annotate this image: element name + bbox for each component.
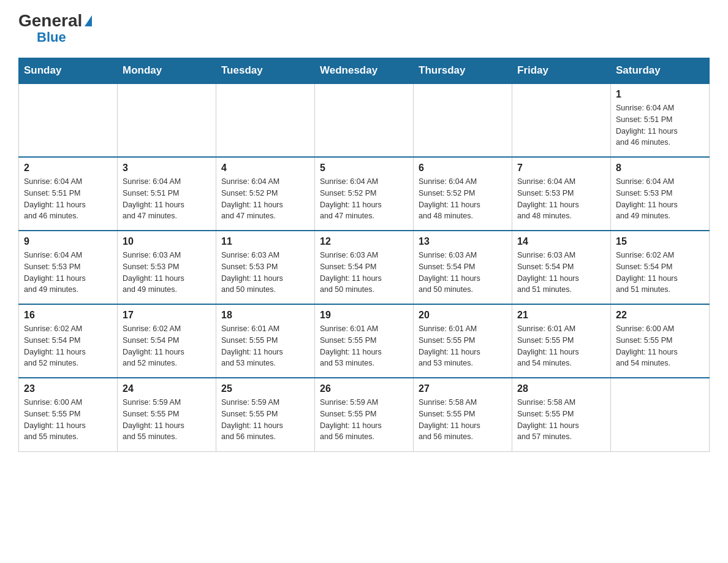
day-info: Sunrise: 6:03 AM Sunset: 5:54 PM Dayligh… — [320, 250, 408, 296]
calendar-header-row: SundayMondayTuesdayWednesdayThursdayFrid… — [19, 58, 710, 84]
calendar-day-cell: 5Sunrise: 6:04 AM Sunset: 5:52 PM Daylig… — [315, 157, 414, 231]
day-info: Sunrise: 6:01 AM Sunset: 5:55 PM Dayligh… — [320, 323, 408, 369]
logo-blue-text: Blue — [37, 29, 66, 45]
calendar-day-cell: 16Sunrise: 6:02 AM Sunset: 5:54 PM Dayli… — [19, 304, 118, 378]
calendar-day-cell: 3Sunrise: 6:04 AM Sunset: 5:51 PM Daylig… — [118, 157, 216, 231]
day-number: 9 — [24, 236, 112, 247]
day-number: 6 — [419, 163, 507, 174]
day-info: Sunrise: 6:01 AM Sunset: 5:55 PM Dayligh… — [517, 323, 605, 369]
day-number: 21 — [517, 310, 605, 321]
day-number: 17 — [123, 310, 211, 321]
day-number: 4 — [221, 163, 309, 174]
calendar-week-row: 9Sunrise: 6:04 AM Sunset: 5:53 PM Daylig… — [19, 231, 710, 304]
day-info: Sunrise: 6:04 AM Sunset: 5:51 PM Dayligh… — [24, 176, 112, 222]
day-number: 23 — [24, 383, 112, 394]
calendar-day-cell — [315, 83, 414, 157]
day-info: Sunrise: 6:03 AM Sunset: 5:53 PM Dayligh… — [123, 250, 211, 296]
day-number: 2 — [24, 163, 112, 174]
calendar-day-cell: 21Sunrise: 6:01 AM Sunset: 5:55 PM Dayli… — [512, 304, 611, 378]
calendar-day-cell — [414, 83, 512, 157]
calendar-day-cell: 23Sunrise: 6:00 AM Sunset: 5:55 PM Dayli… — [19, 378, 118, 451]
calendar-day-cell — [118, 83, 216, 157]
day-number: 12 — [320, 236, 408, 247]
day-info: Sunrise: 6:02 AM Sunset: 5:54 PM Dayligh… — [123, 323, 211, 369]
day-info: Sunrise: 5:59 AM Sunset: 5:55 PM Dayligh… — [320, 397, 408, 443]
calendar-day-cell: 11Sunrise: 6:03 AM Sunset: 5:53 PM Dayli… — [216, 231, 315, 304]
calendar-day-cell: 22Sunrise: 6:00 AM Sunset: 5:55 PM Dayli… — [611, 304, 710, 378]
calendar-week-row: 16Sunrise: 6:02 AM Sunset: 5:54 PM Dayli… — [19, 304, 710, 378]
day-info: Sunrise: 6:04 AM Sunset: 5:53 PM Dayligh… — [24, 250, 112, 296]
day-info: Sunrise: 6:04 AM Sunset: 5:53 PM Dayligh… — [517, 176, 605, 222]
day-number: 18 — [221, 310, 309, 321]
day-number: 7 — [517, 163, 605, 174]
day-number: 10 — [123, 236, 211, 247]
day-info: Sunrise: 6:00 AM Sunset: 5:55 PM Dayligh… — [616, 323, 704, 369]
day-number: 5 — [320, 163, 408, 174]
day-info: Sunrise: 6:04 AM Sunset: 5:53 PM Dayligh… — [616, 176, 704, 222]
day-number: 25 — [221, 383, 309, 394]
day-of-week-header: Thursday — [414, 58, 512, 84]
day-of-week-header: Sunday — [19, 58, 118, 84]
calendar-week-row: 1Sunrise: 6:04 AM Sunset: 5:51 PM Daylig… — [19, 83, 710, 157]
calendar-day-cell: 17Sunrise: 6:02 AM Sunset: 5:54 PM Dayli… — [118, 304, 216, 378]
day-number: 8 — [616, 163, 704, 174]
calendar-day-cell: 25Sunrise: 5:59 AM Sunset: 5:55 PM Dayli… — [216, 378, 315, 451]
logo-triangle-icon — [85, 15, 92, 26]
day-number: 26 — [320, 383, 408, 394]
calendar-day-cell — [19, 83, 118, 157]
calendar-day-cell — [216, 83, 315, 157]
day-of-week-header: Friday — [512, 58, 611, 84]
day-number: 14 — [517, 236, 605, 247]
day-info: Sunrise: 6:02 AM Sunset: 5:54 PM Dayligh… — [616, 250, 704, 296]
calendar-day-cell: 2Sunrise: 6:04 AM Sunset: 5:51 PM Daylig… — [19, 157, 118, 231]
calendar-week-row: 23Sunrise: 6:00 AM Sunset: 5:55 PM Dayli… — [19, 378, 710, 451]
day-info: Sunrise: 6:01 AM Sunset: 5:55 PM Dayligh… — [419, 323, 507, 369]
calendar-day-cell: 26Sunrise: 5:59 AM Sunset: 5:55 PM Dayli… — [315, 378, 414, 451]
calendar-day-cell: 15Sunrise: 6:02 AM Sunset: 5:54 PM Dayli… — [611, 231, 710, 304]
day-info: Sunrise: 6:01 AM Sunset: 5:55 PM Dayligh… — [221, 323, 309, 369]
day-number: 13 — [419, 236, 507, 247]
day-number: 27 — [419, 383, 507, 394]
calendar-day-cell: 4Sunrise: 6:04 AM Sunset: 5:52 PM Daylig… — [216, 157, 315, 231]
day-info: Sunrise: 6:04 AM Sunset: 5:52 PM Dayligh… — [419, 176, 507, 222]
calendar-day-cell: 28Sunrise: 5:58 AM Sunset: 5:55 PM Dayli… — [512, 378, 611, 451]
day-number: 19 — [320, 310, 408, 321]
calendar-day-cell: 1Sunrise: 6:04 AM Sunset: 5:51 PM Daylig… — [611, 83, 710, 157]
day-number: 1 — [616, 89, 704, 100]
calendar-table: SundayMondayTuesdayWednesdayThursdayFrid… — [18, 58, 710, 452]
day-info: Sunrise: 6:03 AM Sunset: 5:54 PM Dayligh… — [517, 250, 605, 296]
day-info: Sunrise: 6:04 AM Sunset: 5:52 PM Dayligh… — [221, 176, 309, 222]
page-header: General Blue — [18, 12, 710, 45]
day-number: 3 — [123, 163, 211, 174]
day-number: 22 — [616, 310, 704, 321]
calendar-day-cell: 6Sunrise: 6:04 AM Sunset: 5:52 PM Daylig… — [414, 157, 512, 231]
calendar-day-cell: 12Sunrise: 6:03 AM Sunset: 5:54 PM Dayli… — [315, 231, 414, 304]
calendar-day-cell: 14Sunrise: 6:03 AM Sunset: 5:54 PM Dayli… — [512, 231, 611, 304]
day-info: Sunrise: 6:03 AM Sunset: 5:54 PM Dayligh… — [419, 250, 507, 296]
day-of-week-header: Monday — [118, 58, 216, 84]
calendar-day-cell: 18Sunrise: 6:01 AM Sunset: 5:55 PM Dayli… — [216, 304, 315, 378]
day-info: Sunrise: 6:00 AM Sunset: 5:55 PM Dayligh… — [24, 397, 112, 443]
calendar-day-cell — [512, 83, 611, 157]
day-number: 15 — [616, 236, 704, 247]
logo: General Blue — [18, 12, 92, 45]
day-number: 11 — [221, 236, 309, 247]
calendar-day-cell: 20Sunrise: 6:01 AM Sunset: 5:55 PM Dayli… — [414, 304, 512, 378]
calendar-day-cell: 24Sunrise: 5:59 AM Sunset: 5:55 PM Dayli… — [118, 378, 216, 451]
day-info: Sunrise: 5:58 AM Sunset: 5:55 PM Dayligh… — [419, 397, 507, 443]
day-info: Sunrise: 6:04 AM Sunset: 5:52 PM Dayligh… — [320, 176, 408, 222]
calendar-day-cell: 8Sunrise: 6:04 AM Sunset: 5:53 PM Daylig… — [611, 157, 710, 231]
calendar-day-cell: 7Sunrise: 6:04 AM Sunset: 5:53 PM Daylig… — [512, 157, 611, 231]
calendar-day-cell: 9Sunrise: 6:04 AM Sunset: 5:53 PM Daylig… — [19, 231, 118, 304]
day-info: Sunrise: 6:02 AM Sunset: 5:54 PM Dayligh… — [24, 323, 112, 369]
day-number: 16 — [24, 310, 112, 321]
day-info: Sunrise: 5:59 AM Sunset: 5:55 PM Dayligh… — [221, 397, 309, 443]
day-number: 20 — [419, 310, 507, 321]
day-of-week-header: Wednesday — [315, 58, 414, 84]
calendar-week-row: 2Sunrise: 6:04 AM Sunset: 5:51 PM Daylig… — [19, 157, 710, 231]
calendar-day-cell: 13Sunrise: 6:03 AM Sunset: 5:54 PM Dayli… — [414, 231, 512, 304]
day-number: 24 — [123, 383, 211, 394]
logo-general-text: General — [18, 12, 82, 29]
day-of-week-header: Tuesday — [216, 58, 315, 84]
day-info: Sunrise: 6:04 AM Sunset: 5:51 PM Dayligh… — [123, 176, 211, 222]
